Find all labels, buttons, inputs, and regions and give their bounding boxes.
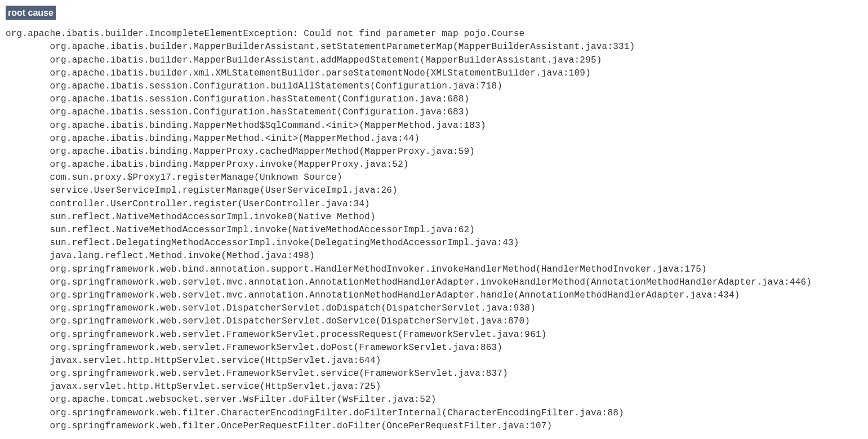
stack-trace-block: org.apache.ibatis.builder.IncompleteElem…	[6, 28, 862, 433]
root-cause-header: root cause	[6, 6, 56, 20]
